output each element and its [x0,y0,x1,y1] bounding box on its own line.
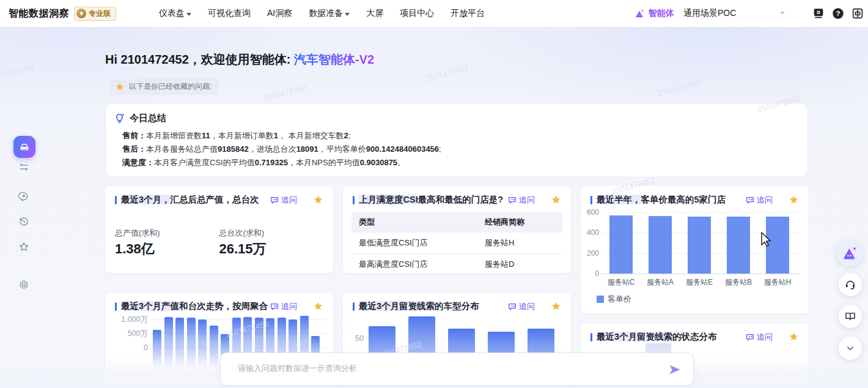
pro-version-badge: 专业版 [74,7,116,21]
docs-book-button[interactable] [839,305,862,328]
card-title: 上月满意度CSI最高和最低的门店是? [359,194,508,206]
star-icon [115,82,125,92]
table-row[interactable]: 最高满意度CSI门店服务站D [351,254,562,273]
chevron-down-icon [186,13,191,16]
send-icon[interactable] [668,362,682,377]
help-icon[interactable]: ? [831,7,845,20]
chevron-down-icon [844,342,856,354]
ask-input-bar [220,353,694,386]
kpi-row: 总产值(求和) 1.38亿 总台次(求和) 26.15万 [105,228,333,258]
card-title: 最近半年，客单价最高的5家门店 [597,194,746,206]
followup-button[interactable]: 追问 [270,195,297,206]
title-accent-bar [115,196,117,204]
panel-layout-icon[interactable] [851,7,864,20]
watermark: 2101472452 [262,83,307,103]
followup-chat-icon [270,196,279,204]
title-accent-bar [353,196,355,204]
top-bar: 智能数据洞察 专业版 仪表盘可视化查询AI洞察数据准备大屏项目中心开放平台 智能… [0,0,868,27]
summary-title: 今日总结 [130,113,166,124]
left-rail [0,27,48,388]
kpi-total-visits: 总台次(求和) 26.15万 [219,228,324,258]
followup-chat-icon [746,333,754,341]
ai-mountain-icon [842,245,858,261]
svg-text:?: ? [836,10,840,17]
card-total-output: 最近3个月，汇总后总产值，总台次 追问 总产值(求和) 1.38亿 总台次(求和… [105,186,333,273]
nav-item[interactable]: 大屏 [366,8,383,19]
app-logo: 智能数据洞察 [9,7,69,20]
bar-服务站C[interactable] [609,215,633,274]
followup-chat-icon [746,196,754,204]
nav-item[interactable]: 项目中心 [400,8,434,19]
title-accent-bar [590,196,592,204]
daily-summary-card: 今日总结 售前：本月新增留资数11，本月新增订单数1， 本月新增交车数2; 售后… [105,103,808,177]
support-headset-button[interactable] [839,273,862,296]
watermark: 2101472452 [424,63,469,83]
agent-car-button[interactable] [13,136,35,158]
swap-agents-icon[interactable] [18,162,29,173]
bulb-icon [114,113,125,124]
favorite-star-icon[interactable] [789,195,799,205]
nav-item[interactable]: 可视化查询 [208,8,251,19]
csi-table: 类型经销商简称最低满意度CSI门店服务站H最高满意度CSI门店服务站D [351,212,562,273]
car-icon [18,140,31,154]
chart-legend: 客单价 [597,294,631,305]
title-accent-bar [590,333,592,341]
welcome-heading: Hi 2101472452，欢迎使用智能体: 汽车智能体-V2 [105,51,374,68]
summary-line-presale: 售前：本月新增留资数11，本月新增订单数1， 本月新增交车数2; [122,129,441,143]
card-top5-price: 最近半年，客单价最高的5家门店 追问 0200400600服务站C服务站A服务站… [581,186,809,313]
new-chat-icon[interactable] [18,191,29,202]
nav-item[interactable]: 数据准备 [309,8,350,19]
favorite-star-icon[interactable] [313,195,323,205]
chevron-down-icon[interactable] [780,12,785,15]
summary-line-aftersale: 售后：本月各服务站总产值9185842，进场总台次18091，平均客单价900.… [122,143,441,156]
history-icon[interactable] [18,216,29,227]
top5-price-chart: 0200400600服务站C服务站A服务站E服务站B服务站H [587,208,804,285]
bar-服务站B[interactable] [727,217,750,274]
followup-button[interactable]: 追问 [746,195,773,206]
headset-icon [844,278,856,291]
favorites-hint-pill: 以下是你已经收藏的问题: [110,78,219,95]
favorite-star-icon[interactable] [789,332,799,342]
bar-服务站A[interactable] [649,216,672,274]
card-title: 最近3个月，汇总后总产值，总台次 [121,194,270,206]
followup-button[interactable]: 追问 [508,195,535,206]
welcome-greeting: Hi 2101472452，欢迎使用智能体: [105,53,290,66]
main-nav: 仪表盘可视化查询AI洞察数据准备大屏项目中心开放平台 [159,0,485,27]
favorite-star-icon[interactable] [551,195,561,205]
nav-item-agent[interactable]: 智能体 [634,0,674,27]
legend-swatch [597,296,604,303]
scroll-down-button[interactable] [839,337,862,360]
bar-服务站E[interactable] [688,217,711,274]
card-csi-stores: 上月满意度CSI最高和最低的门店是? 追问 类型经销商简称最低满意度CSI门店服… [343,186,571,273]
bar-服务站H[interactable] [766,217,789,274]
book-icon [844,310,856,323]
table-header-row: 类型经销商简称 [351,212,562,233]
medal-icon [76,9,86,18]
followup-chat-icon [508,196,517,204]
followup-button[interactable]: 追问 [746,332,773,343]
chevron-down-icon [345,13,350,16]
nav-item[interactable]: 仪表盘 [159,8,191,19]
console-settings-icon[interactable] [812,7,825,20]
settings-gear-icon[interactable] [18,279,29,290]
page-body: Hi 2101472452，欢迎使用智能体: 汽车智能体-V2 以下是你已经收藏… [0,27,868,388]
card-title: 最近3个月留资线索的状态分布 [597,331,746,343]
workspace-select[interactable]: 通用场景POC [683,0,736,27]
table-row[interactable]: 最低满意度CSI门店服务站H [351,233,562,254]
question-input[interactable] [237,359,642,377]
summary-line-satisfaction: 满意度：本月客户满意度CSI的平均值0.719325，本月NPS的平均值0.90… [122,156,441,170]
legend-label: 客单价 [608,294,631,305]
favorites-star-icon[interactable] [18,241,29,252]
ai-assistant-button[interactable] [836,240,863,267]
nav-item[interactable]: 开放平台 [451,8,485,19]
agent-mountain-icon [634,9,645,19]
kpi-total-output: 总产值(求和) 1.38亿 [115,228,219,258]
agent-name: 汽车智能体-V2 [294,53,374,66]
watermark: 2101472452 [657,78,702,98]
nav-item[interactable]: AI洞察 [267,8,292,19]
